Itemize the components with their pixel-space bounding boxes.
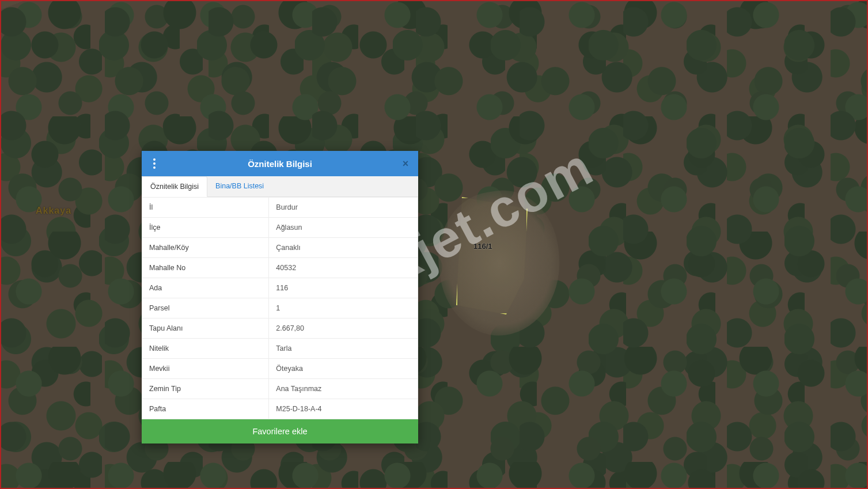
attr-key: Mevkii xyxy=(142,359,269,379)
attr-key: Mahalle/Köy xyxy=(142,238,269,258)
attribute-table-body: İlBurdur İlçeAğlasun Mahalle/KöyÇanaklı … xyxy=(142,198,418,419)
panel-header: Öznitelik Bilgisi × xyxy=(142,151,418,176)
attr-key: Ada xyxy=(142,278,269,298)
attr-val: M25-D-18-A-4 xyxy=(269,399,418,419)
tab-oznitelik-bilgisi[interactable]: Öznitelik Bilgisi xyxy=(142,176,207,197)
add-to-favorites-button[interactable]: Favorilere ekle xyxy=(142,419,418,443)
panel-title: Öznitelik Bilgisi xyxy=(167,159,393,169)
attr-key: Mahalle No xyxy=(142,258,269,278)
table-row: MevkiiÖteyaka xyxy=(142,359,418,379)
attr-val: Ana Taşınmaz xyxy=(269,379,418,399)
panel-menu-button[interactable] xyxy=(142,162,167,165)
close-icon: × xyxy=(403,158,409,169)
attr-val: Tarla xyxy=(269,339,418,359)
attr-key: Zemin Tip xyxy=(142,379,269,399)
table-row: Zemin TipAna Taşınmaz xyxy=(142,379,418,399)
table-row: İlçeAğlasun xyxy=(142,218,418,238)
attr-val: 116 xyxy=(269,278,418,298)
kebab-icon xyxy=(153,162,156,165)
attr-val: 2.667,80 xyxy=(269,319,418,339)
table-row: NitelikTarla xyxy=(142,339,418,359)
attr-val: Öteyaka xyxy=(269,359,418,379)
table-row: Mahalle/KöyÇanaklı xyxy=(142,238,418,258)
table-row: İlBurdur xyxy=(142,198,418,218)
attr-key: Tapu Alanı xyxy=(142,319,269,339)
attr-val: Burdur xyxy=(269,198,418,218)
attr-key: Parsel xyxy=(142,298,269,319)
attr-val: 40532 xyxy=(269,258,418,278)
attr-key: Nitelik xyxy=(142,339,269,359)
panel-close-button[interactable]: × xyxy=(393,158,418,170)
attribute-table: İlBurdur İlçeAğlasun Mahalle/KöyÇanaklı … xyxy=(142,197,418,419)
panel-tabs: Öznitelik Bilgisi Bina/BB Listesi xyxy=(142,176,418,197)
attribute-info-panel: Öznitelik Bilgisi × Öznitelik Bilgisi Bi… xyxy=(142,151,418,443)
tab-bina-bb-listesi[interactable]: Bina/BB Listesi xyxy=(207,176,272,196)
table-row: Tapu Alanı2.667,80 xyxy=(142,319,418,339)
parcel-label: 116/1 xyxy=(473,242,492,251)
attr-key: İlçe xyxy=(142,218,269,238)
attr-key: Pafta xyxy=(142,399,269,419)
table-row: Parsel1 xyxy=(142,298,418,319)
table-row: Ada116 xyxy=(142,278,418,298)
table-row: PaftaM25-D-18-A-4 xyxy=(142,399,418,419)
attr-val: Ağlasun xyxy=(269,218,418,238)
attr-key: İl xyxy=(142,198,269,218)
map-viewport[interactable]: Akkaya 116/1 emlakjet.com Öznitelik Bilg… xyxy=(0,0,868,489)
table-row: Mahalle No40532 xyxy=(142,258,418,278)
attr-val: Çanaklı xyxy=(269,238,418,258)
attr-val: 1 xyxy=(269,298,418,319)
map-place-label: Akkaya xyxy=(36,206,71,216)
